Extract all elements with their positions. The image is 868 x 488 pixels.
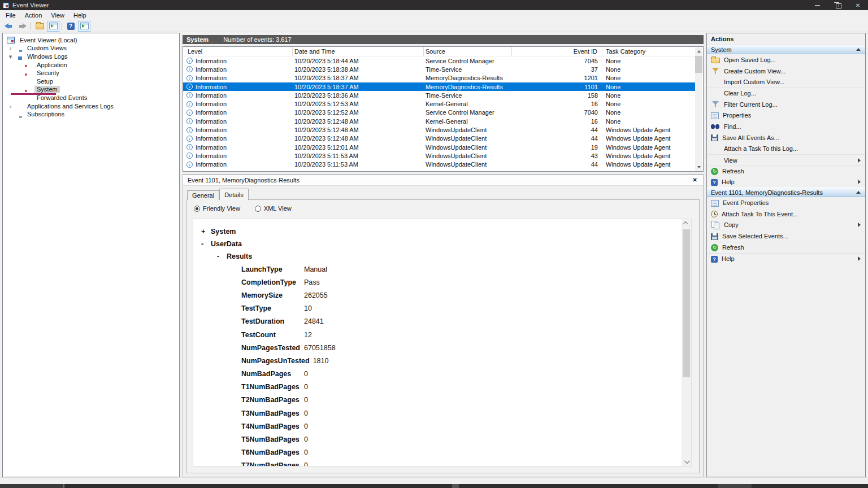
minimize-button[interactable] (807, 0, 827, 10)
action-item[interactable]: Save Selected Events... (707, 230, 865, 242)
actions-section-system[interactable]: System (707, 45, 865, 54)
event-row[interactable]: Information 10/20/2023 5:12:48 AM Window… (183, 125, 695, 134)
tab-details[interactable]: Details (219, 189, 249, 200)
action-item[interactable]: Find... (707, 121, 865, 132)
toolbar-button[interactable] (33, 21, 46, 32)
event-row[interactable]: Information 10/20/2023 5:18:37 AM Memory… (183, 82, 695, 91)
toolbar-button[interactable] (78, 21, 90, 32)
action-item[interactable]: Help (707, 253, 865, 264)
action-item[interactable]: Refresh (707, 165, 865, 177)
event-row[interactable]: Information 10/20/2023 5:12:52 AM Servic… (183, 108, 695, 117)
toolbar-button[interactable] (64, 21, 77, 32)
event-row[interactable]: Information 10/20/2023 5:12:53 AM Kernel… (183, 99, 695, 108)
scrollbar-thumb[interactable] (683, 229, 690, 377)
tree-item[interactable]: Setup (3, 77, 179, 86)
toolbar-button[interactable] (47, 21, 59, 32)
action-item[interactable]: Clear Log... (707, 88, 865, 99)
system-actions: Open Saved Log... Create Custom View... … (707, 54, 865, 188)
action-item[interactable]: Import Custom View... (707, 76, 865, 88)
event-id: 44 (512, 161, 602, 168)
event-source: Kernel-General (424, 101, 512, 107)
collapse-icon[interactable] (856, 191, 861, 194)
tree-item[interactable]: Event Viewer (Local) (3, 36, 179, 45)
action-item[interactable]: View (707, 154, 865, 165)
scroll-down-icon[interactable] (682, 457, 691, 466)
scroll-up-icon[interactable] (682, 219, 691, 228)
scroll-up-icon[interactable] (695, 47, 702, 55)
expand-toggle-icon[interactable]: + (201, 228, 211, 236)
action-item[interactable]: Open Saved Log... (707, 54, 865, 66)
event-row[interactable]: Information 10/20/2023 5:18:36 AM Time-S… (183, 91, 695, 99)
detail-field-value: 262055 (304, 291, 328, 299)
action-item[interactable]: Filter Current Log... (707, 99, 865, 110)
tree-item[interactable]: Subscriptions (3, 110, 179, 119)
event-row[interactable]: Information 10/20/2023 5:12:01 AM Window… (183, 143, 695, 151)
close-icon[interactable]: ✕ (693, 177, 697, 183)
column-header-task[interactable]: Task Category (602, 47, 695, 56)
column-header-source[interactable]: Source (424, 47, 512, 56)
column-header-date[interactable]: Date and Time (293, 47, 424, 56)
detail-node[interactable]: + System (193, 225, 682, 238)
menu-item[interactable]: Help (69, 10, 91, 20)
event-row[interactable]: Information 10/20/2023 5:12:48 AM Window… (183, 134, 695, 143)
friendly-view-option[interactable]: Friendly View (194, 205, 240, 212)
detail-field-key: TestCount (241, 331, 301, 339)
restore-button[interactable] (827, 0, 848, 10)
collapse-icon[interactable] (856, 48, 861, 51)
tree-item[interactable]: Application (3, 61, 179, 69)
column-header-level[interactable]: Level (183, 47, 293, 56)
event-row[interactable]: Information 10/20/2023 5:18:44 AM Servic… (183, 56, 695, 65)
expander-icon[interactable]: › (7, 45, 14, 51)
action-item[interactable]: Copy (707, 220, 865, 231)
preview-pane-title-bar: Event 1101, MemoryDiagnostics-Results ✕ (183, 175, 703, 186)
action-item[interactable]: Create Custom View... (707, 66, 865, 77)
radio-icon[interactable] (255, 206, 261, 212)
tree-item[interactable]: ▾ Windows Logs (3, 53, 179, 61)
expand-toggle-icon[interactable]: - (217, 252, 227, 260)
action-item[interactable]: Refresh (707, 242, 865, 253)
event-row[interactable]: Information 10/20/2023 5:11:53 AM Window… (183, 160, 695, 169)
scroll-down-icon[interactable] (695, 163, 702, 171)
detail-node[interactable]: - UserData (193, 238, 682, 250)
details-scrollbar[interactable] (682, 219, 691, 466)
close-button[interactable]: ✕ (848, 0, 868, 10)
expander-icon[interactable]: › (7, 103, 14, 110)
tree-item[interactable]: Forwarded Events (3, 94, 179, 102)
xml-view-option[interactable]: XML View (255, 205, 292, 212)
event-row[interactable]: Information 10/20/2023 5:18:38 AM Time-S… (183, 65, 695, 73)
toolbar-button[interactable] (16, 21, 28, 32)
action-item[interactable]: Help (707, 177, 865, 188)
event-list-scrollbar[interactable] (695, 47, 702, 171)
tree-item[interactable]: › Custom Views (3, 45, 179, 53)
scrollbar-thumb[interactable] (695, 56, 702, 73)
action-item[interactable]: Save All Events As... (707, 132, 865, 143)
tree-item[interactable]: Security (3, 69, 179, 77)
menu-item[interactable]: Action (20, 10, 47, 20)
tab-general[interactable]: General (187, 190, 219, 200)
event-row[interactable]: Information 10/20/2023 5:11:53 AM Window… (183, 151, 695, 160)
status-bar (0, 477, 868, 484)
menu-item[interactable]: File (1, 10, 20, 20)
event-source: Service Control Manager (424, 58, 512, 64)
column-header-eventid[interactable]: Event ID (512, 47, 602, 56)
detail-node[interactable]: - Results (193, 250, 682, 263)
expander-icon[interactable]: ▾ (7, 54, 14, 60)
actions-section-event[interactable]: Event 1101, MemoryDiagnostics-Results (707, 188, 865, 197)
event-level-cell: Information (183, 75, 293, 81)
tree-item[interactable]: › Applications and Services Logs (3, 102, 179, 111)
window-title: Event Viewer (12, 2, 49, 8)
detail-field-key: LaunchType (241, 265, 301, 273)
radio-icon[interactable] (194, 206, 200, 212)
action-item[interactable]: Event Properties (707, 197, 865, 208)
action-item[interactable]: Properties (707, 110, 865, 121)
save-icon (711, 233, 718, 240)
action-item[interactable]: Attach a Task To this Log... (707, 143, 865, 155)
menu-item[interactable]: View (46, 10, 69, 20)
tree-item[interactable]: System (3, 86, 179, 94)
action-item[interactable]: Attach Task To This Event... (707, 208, 865, 220)
expand-toggle-icon[interactable]: - (201, 240, 211, 248)
event-row[interactable]: Information 10/20/2023 5:12:48 AM Kernel… (183, 117, 695, 125)
toolbar-button[interactable] (2, 21, 15, 32)
event-level: Information (196, 101, 227, 107)
event-row[interactable]: Information 10/20/2023 5:18:37 AM Memory… (183, 74, 695, 82)
